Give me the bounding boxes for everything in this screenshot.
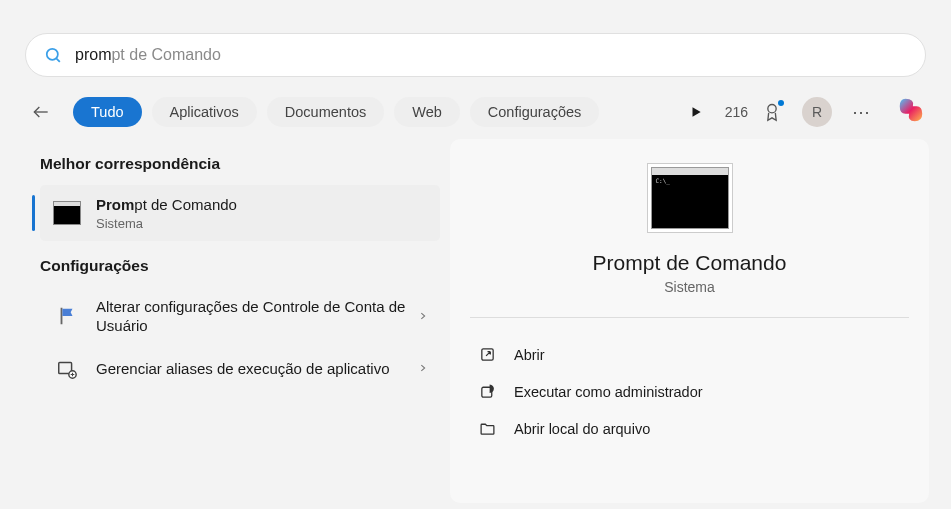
result-alias-settings[interactable]: Gerenciar aliases de execução de aplicat… [40, 346, 440, 392]
result-cmd-prompt[interactable]: Prompt de Comando Sistema [40, 185, 440, 241]
shield-icon [478, 383, 496, 400]
tab-web[interactable]: Web [394, 97, 460, 127]
svg-rect-5 [61, 308, 63, 325]
action-open[interactable]: Abrir [472, 336, 907, 373]
cmd-icon [52, 200, 82, 226]
play-icon[interactable] [681, 98, 711, 126]
action-list: Abrir Executar como administrador Abr [470, 336, 909, 447]
action-label: Executar como administrador [514, 384, 703, 400]
result-title: Gerenciar aliases de execução de aplicat… [96, 359, 418, 379]
action-open-location[interactable]: Abrir local do arquivo [472, 410, 907, 447]
settings-header: Configurações [40, 257, 440, 275]
detail-panel: Prompt de Comando Sistema Abrir [450, 139, 929, 503]
tab-settings[interactable]: Configurações [470, 97, 600, 127]
svg-point-0 [47, 48, 58, 59]
avatar[interactable]: R [802, 97, 832, 127]
flag-icon [52, 303, 82, 329]
best-match-header: Melhor correspondência [40, 155, 440, 173]
search-input[interactable]: prompt de Comando [75, 46, 221, 64]
chevron-right-icon [418, 309, 428, 324]
open-icon [478, 346, 496, 363]
action-run-admin[interactable]: Executar como administrador [472, 373, 907, 410]
detail-title: Prompt de Comando [593, 251, 787, 275]
copilot-icon[interactable] [896, 95, 926, 129]
search-bar[interactable]: prompt de Comando [25, 33, 926, 77]
search-typed-text: prom [75, 46, 111, 63]
notification-dot [778, 100, 784, 106]
results-panel: Melhor correspondência Prompt de Comando… [0, 139, 450, 503]
app-alias-icon [52, 356, 82, 382]
folder-icon [478, 420, 496, 437]
rewards-points: 216 [725, 104, 748, 120]
search-icon [44, 46, 63, 65]
divider [470, 317, 909, 318]
search-autocomplete: pt de Comando [111, 46, 220, 63]
svg-marker-3 [692, 107, 700, 116]
result-title: Alterar configurações de Controle de Con… [96, 297, 418, 336]
result-title: Prompt de Comando [96, 195, 428, 215]
detail-subtitle: Sistema [664, 279, 715, 295]
rewards-icon[interactable] [762, 102, 782, 122]
action-label: Abrir local do arquivo [514, 421, 650, 437]
chevron-right-icon [418, 361, 428, 376]
tab-documents[interactable]: Documentos [267, 97, 384, 127]
result-uac-settings[interactable]: Alterar configurações de Controle de Con… [40, 287, 440, 346]
more-button[interactable]: ⋯ [846, 101, 876, 123]
tab-apps[interactable]: Aplicativos [152, 97, 257, 127]
detail-app-icon [651, 167, 729, 229]
svg-point-4 [768, 105, 776, 113]
result-subtitle: Sistema [96, 216, 428, 231]
content-area: Melhor correspondência Prompt de Comando… [0, 139, 951, 503]
back-button[interactable] [25, 96, 57, 128]
filter-bar: Tudo Aplicativos Documentos Web Configur… [0, 77, 951, 139]
action-label: Abrir [514, 347, 545, 363]
svg-line-1 [56, 58, 60, 62]
tab-all[interactable]: Tudo [73, 97, 142, 127]
